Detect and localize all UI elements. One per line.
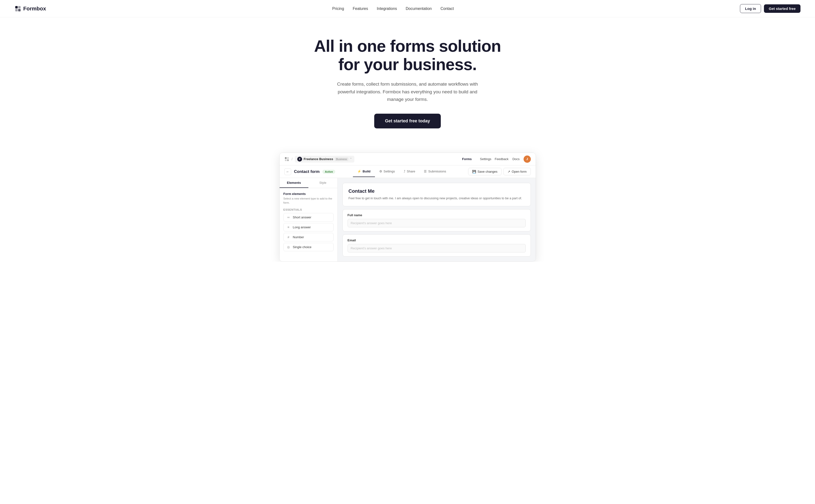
topbar-nav: Forms Settings <box>459 156 495 162</box>
open-form-button[interactable]: ↗ Open form <box>503 168 530 175</box>
brand-name: Formbox <box>23 6 46 12</box>
navbar-actions: Log in Get started free <box>740 4 800 13</box>
form-title: Contact form <box>294 169 320 174</box>
svg-rect-4 <box>285 157 287 159</box>
settings-icon: ⚙ <box>379 170 382 173</box>
hero-cta-button[interactable]: Get started free today <box>374 114 441 128</box>
form-canvas: Contact Me Feel free to get in touch wit… <box>338 178 536 261</box>
topbar-left: / F Freelance Business Business ⌃ <box>285 156 459 163</box>
sidebar-section-title: Form elements <box>284 192 334 196</box>
submissions-icon: ☰ <box>424 170 427 173</box>
form-tabs: ⚡ Build ⚙ Settings ⤴ Share ☰ Submissions <box>338 166 465 177</box>
field-email: Email Recipient's answer goes here <box>343 234 531 257</box>
user-avatar[interactable]: J <box>523 156 531 163</box>
sidebar-content: Form elements Select a new element type … <box>280 188 337 255</box>
tab-settings[interactable]: ⚙ Settings <box>375 166 399 177</box>
sidebar-section-desc: Select a new element type to add to the … <box>284 197 334 205</box>
form-intro-card: Contact Me Feel free to get in touch wit… <box>343 183 531 206</box>
workspace-icon: F <box>297 157 302 162</box>
hero-subtitle: Create forms, collect form submissions, … <box>335 80 480 103</box>
app-window: / F Freelance Business Business ⌃ Forms … <box>279 153 536 262</box>
form-status-badge: Active <box>322 170 335 174</box>
workspace-name: Freelance Business <box>304 157 333 161</box>
sidebar: Elements Style Form elements Select a ne… <box>280 178 338 261</box>
field-fullname: Full name Recipient's answer goes here <box>343 209 531 231</box>
short-answer-icon: ═ <box>287 215 291 219</box>
field-fullname-label: Full name <box>348 213 526 217</box>
hero-section: All in one forms solution for your busin… <box>0 17 815 143</box>
number-icon: # <box>287 235 291 239</box>
long-answer-icon: ≡ <box>287 225 291 229</box>
topbar-nav-forms[interactable]: Forms <box>459 156 475 162</box>
nav-documentation[interactable]: Documentation <box>406 7 432 11</box>
build-icon: ⚡ <box>357 170 361 173</box>
editor-body: Elements Style Form elements Select a ne… <box>280 178 536 261</box>
svg-rect-6 <box>285 159 287 161</box>
nav-contact[interactable]: Contact <box>441 7 454 11</box>
external-link-icon: ↗ <box>508 170 510 173</box>
sidebar-group-label: Essentials <box>284 208 334 211</box>
workspace-chevron-icon: ⌃ <box>350 157 352 161</box>
sidebar-elements: ═ Short answer ≡ Long answer # Number <box>284 213 334 251</box>
workspace-tag: Business <box>335 157 349 161</box>
form-card-desc: Feel free to get in touch with me. I am … <box>349 196 525 201</box>
sidebar-tabs: Elements Style <box>280 178 337 188</box>
navbar-links: Pricing Features Integrations Documentat… <box>332 7 454 11</box>
brand-logo[interactable]: Formbox <box>15 5 46 12</box>
formbox-logo-icon <box>15 5 21 12</box>
topbar-feedback[interactable]: Feedback <box>495 157 508 161</box>
field-fullname-input[interactable]: Recipient's answer goes here <box>348 219 526 227</box>
form-card-title: Contact Me <box>349 188 525 194</box>
form-editor-actions: 💾 Save changes ↗ Open form <box>468 168 531 175</box>
element-long-answer[interactable]: ≡ Long answer <box>284 223 334 231</box>
svg-rect-3 <box>18 9 21 11</box>
topbar-nav-settings[interactable]: Settings <box>477 156 495 162</box>
save-icon: 💾 <box>472 170 476 173</box>
sidebar-tab-style[interactable]: Style <box>308 178 337 188</box>
form-editor-topbar: ← Contact form Active ⚡ Build ⚙ Settings… <box>280 165 536 178</box>
svg-rect-1 <box>18 6 21 8</box>
field-email-input[interactable]: Recipient's answer goes here <box>348 244 526 252</box>
element-short-answer[interactable]: ═ Short answer <box>284 213 334 222</box>
topbar-docs[interactable]: Docs <box>512 157 520 161</box>
hero-title: All in one forms solution for your busin… <box>314 37 501 74</box>
topbar-logo-icon <box>285 157 289 162</box>
back-button[interactable]: ← <box>285 168 291 175</box>
field-email-label: Email <box>348 238 526 242</box>
svg-rect-0 <box>15 6 18 8</box>
share-icon: ⤴ <box>404 170 405 173</box>
save-changes-button[interactable]: 💾 Save changes <box>468 168 501 175</box>
nav-integrations[interactable]: Integrations <box>377 7 397 11</box>
nav-pricing[interactable]: Pricing <box>332 7 344 11</box>
single-choice-icon: ◎ <box>287 245 291 249</box>
tab-build[interactable]: ⚡ Build <box>353 166 375 177</box>
element-single-choice[interactable]: ◎ Single choice <box>284 243 334 251</box>
svg-rect-2 <box>15 9 18 11</box>
navbar: Formbox Pricing Features Integrations Do… <box>0 0 815 17</box>
tab-submissions[interactable]: ☰ Submissions <box>419 166 450 177</box>
get-started-nav-button[interactable]: Get started free <box>764 4 800 13</box>
sidebar-tab-elements[interactable]: Elements <box>280 178 309 188</box>
tab-share[interactable]: ⤴ Share <box>399 166 420 177</box>
topbar-right: Feedback Docs J <box>495 156 531 163</box>
element-number[interactable]: # Number <box>284 233 334 241</box>
nav-features[interactable]: Features <box>353 7 368 11</box>
svg-rect-7 <box>287 159 289 161</box>
app-preview-wrapper: / F Freelance Business Business ⌃ Forms … <box>0 143 815 262</box>
workspace-badge[interactable]: F Freelance Business Business ⌃ <box>295 156 354 163</box>
app-topbar: / F Freelance Business Business ⌃ Forms … <box>280 153 536 165</box>
breadcrumb-separator: / <box>292 157 293 161</box>
login-button[interactable]: Log in <box>740 4 761 13</box>
svg-rect-5 <box>287 157 289 159</box>
